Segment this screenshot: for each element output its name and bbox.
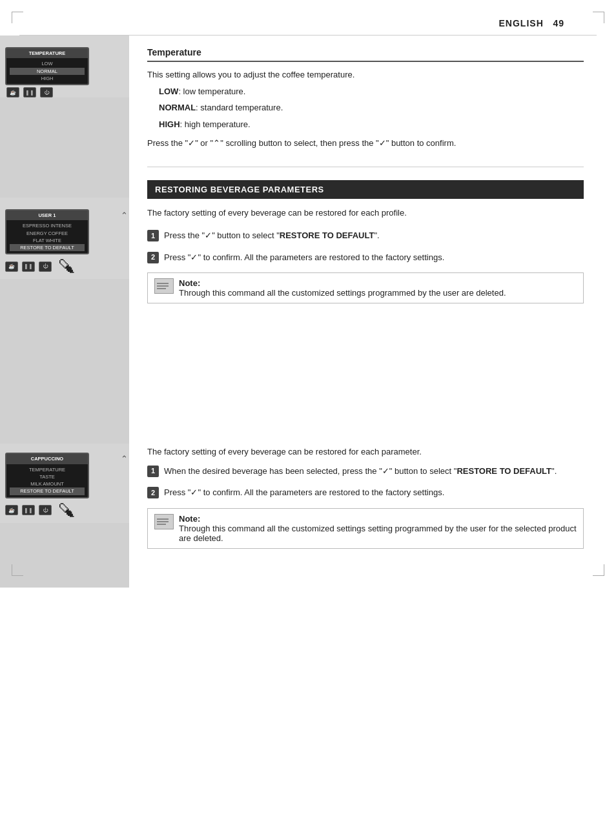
temp-normal-desc: : standard temperature. (196, 103, 283, 112)
main-layout: TEMPERATURE LOW NORMAL HIGH ☕ ❚❚ ⏻ ⌃ USE… (0, 36, 616, 588)
step-3-bold: RESTORE TO DEFAULT (457, 466, 551, 476)
temp-low-label: LOW (159, 87, 178, 96)
step-2-text: Press "✓" to confirm. All the parameters… (164, 251, 584, 264)
step-4: 2 Press "✓" to confirm. All the paramete… (147, 486, 584, 499)
note-1-content: Note: Through this command all the custo… (179, 278, 506, 298)
note-2-label: Note: (179, 514, 200, 524)
temp-normal-label: NORMAL (159, 103, 196, 112)
restore-lcd2-item-2: TASTE (10, 473, 85, 480)
temperature-intro: This setting allows you to adjust the co… (147, 68, 584, 81)
btn-power-2: ⏻ (39, 261, 52, 272)
step-2-number: 2 (147, 252, 159, 263)
sidebar-col: TEMPERATURE LOW NORMAL HIGH ☕ ❚❚ ⏻ ⌃ USE… (0, 36, 129, 588)
step-4-text: Press "✓" to confirm. All the parameters… (164, 486, 584, 499)
restoring-section: RESTORING BEVERAGE PARAMETERS The factor… (147, 180, 584, 549)
btn-cup-3: ☕ (5, 505, 18, 515)
temp-lcd-item-2: NORMAL (10, 68, 85, 75)
step-1-number: 1 (147, 230, 159, 241)
restore-lcd-item-2: ENERGY COFFEE (10, 230, 85, 237)
note-2-content: Note: Through this command all the custo… (179, 514, 577, 543)
temp-item-normal: NORMAL: standard temperature. (147, 101, 584, 114)
note-1-label: Note: (179, 278, 200, 288)
restore-lcd-area-2: ⌃ CAPPUCCINO TEMPERATURE TASTE MILK AMOU… (0, 444, 129, 522)
sidebar-gray-spacer-1 (0, 97, 129, 198)
page-number: 49 (553, 18, 564, 28)
btn-power: ⏻ (40, 87, 53, 97)
sidebar-gray-spacer-3 (0, 523, 129, 588)
step-1-text: Press the "✓" button to select "RESTORE … (164, 229, 584, 242)
step-1: 1 Press the "✓" button to select "RESTOR… (147, 229, 584, 242)
temp-high-desc: : high temperature. (180, 119, 251, 129)
restore-lcd2-item-4: RESTORE TO DEFAULT (10, 487, 85, 495)
corner-mark-bl (12, 564, 23, 576)
restore-lcd-item-4: RESTORE TO DEFAULT (10, 244, 85, 251)
restore-lcd-title-1: USER 1 (6, 210, 88, 220)
page-header: ENGLISH 49 (19, 0, 597, 36)
note-line-4 (157, 518, 169, 520)
restore-lcd-title-2: CAPPUCCINO (6, 454, 88, 464)
note-icon-2 (154, 514, 174, 529)
temp-lcd-title: TEMPERATURE (6, 48, 88, 58)
step-3: 1 When the desired beverage has been sel… (147, 465, 584, 478)
restoring-intro2: The factory setting of every beverage ca… (147, 446, 584, 458)
note-line-3 (157, 288, 166, 289)
corner-mark-tl (12, 12, 23, 23)
restoring-intro1: The factory setting of every beverage ca… (147, 207, 584, 220)
temp-lcd-item-3: HIGH (10, 75, 85, 82)
hand-icon-2: 🖌 (58, 500, 75, 520)
step-2: 2 Press "✓" to confirm. All the paramete… (147, 251, 584, 264)
temperature-section: Temperature This setting allows you to a… (147, 36, 584, 167)
temp-instruction: Press the "✓" or "⌃" scrolling button to… (147, 137, 584, 150)
step-4-number: 2 (147, 487, 159, 498)
corner-mark-br (593, 564, 604, 576)
note-line-6 (157, 524, 166, 525)
temp-low-desc: : low temperature. (178, 87, 245, 96)
sidebar-gray-spacer-2 (0, 279, 129, 444)
note-icon-1 (154, 278, 174, 294)
page-wrapper: ENGLISH 49 TEMPERATURE LOW NORMAL HIGH ☕… (0, 0, 616, 588)
corner-mark-tr (593, 12, 604, 23)
restore-lcd-item-1: ESPRESSO INTENSE (10, 222, 85, 229)
step-3-number: 1 (147, 466, 159, 477)
temp-lcd-item-1: LOW (10, 60, 85, 67)
note-1-text: Through this command all the customized … (179, 288, 506, 298)
temp-lcd-area: TEMPERATURE LOW NORMAL HIGH ☕ ❚❚ ⏻ (0, 36, 129, 97)
temperature-title: Temperature (147, 47, 584, 62)
btn-pause-3: ❚❚ (22, 505, 35, 515)
temp-item-high: HIGH: high temperature. (147, 118, 584, 131)
restoring-header: RESTORING BEVERAGE PARAMETERS (147, 180, 584, 199)
btn-pause: ❚❚ (23, 87, 36, 97)
header-text: ENGLISH 49 (499, 18, 564, 28)
language-label: ENGLISH (499, 18, 544, 28)
note-1: Note: Through this command all the custo… (147, 272, 584, 303)
spacer-mid (147, 310, 584, 446)
temp-high-label: HIGH (159, 119, 180, 129)
note-line-5 (157, 521, 169, 522)
temp-machine-buttons: ☕ ❚❚ ⏻ (5, 87, 124, 97)
step-3-text: When the desired beverage has been selec… (164, 465, 584, 478)
btn-pause-2: ❚❚ (22, 261, 35, 272)
restore-lcd-area-1: ⌃ USER 1 ESPRESSO INTENSE ENERGY COFFEE … (0, 198, 129, 279)
restore-lcd2-item-3: MILK AMOUNT (10, 480, 85, 487)
btn-cup: ☕ (6, 87, 19, 97)
note-line-1 (157, 283, 169, 284)
btn-power-3: ⏻ (39, 505, 52, 515)
temp-lcd-screen: TEMPERATURE LOW NORMAL HIGH (5, 47, 89, 85)
restore-lcd-screen-2: CAPPUCCINO TEMPERATURE TASTE MILK AMOUNT… (5, 453, 89, 498)
note-2: Note: Through this command all the custo… (147, 508, 584, 549)
restore-lcd-item-3: FLAT WHITE (10, 237, 85, 244)
btn-cup-2: ☕ (5, 261, 18, 272)
temp-item-low: LOW: low temperature. (147, 85, 584, 98)
hand-icon-1: 🖌 (58, 256, 75, 276)
note-line-2 (157, 285, 169, 287)
main-col: Temperature This setting allows you to a… (129, 36, 616, 588)
restore-lcd2-item-1: TEMPERATURE (10, 466, 85, 473)
restore-lcd-screen-1: USER 1 ESPRESSO INTENSE ENERGY COFFEE FL… (5, 209, 89, 254)
step-1-bold: RESTORE TO DEFAULT (280, 230, 375, 240)
note-2-text: Through this command all the customized … (179, 524, 577, 543)
